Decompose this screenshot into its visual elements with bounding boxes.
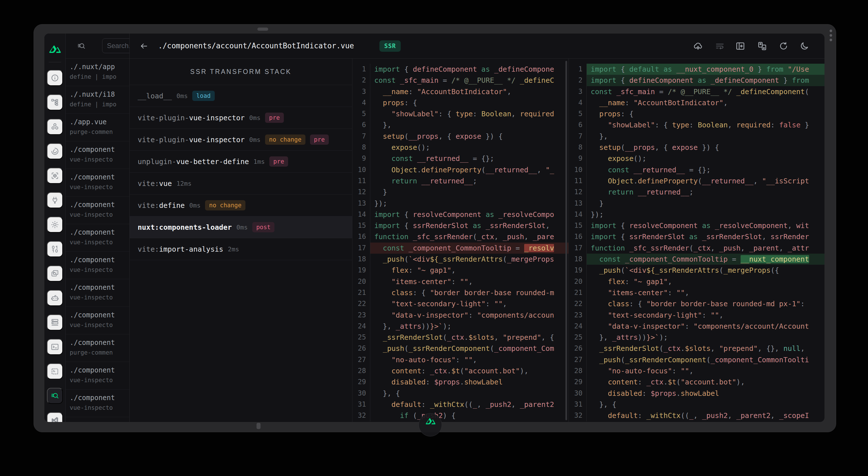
line-number: 18: [352, 254, 370, 265]
resize-handle-right[interactable]: [830, 30, 832, 43]
inspect-icon: [51, 391, 59, 400]
transform-stack-row[interactable]: nuxt:components-loader0mspost: [130, 216, 352, 238]
code-line: 27 "no-auto-focus": "",: [352, 354, 568, 366]
code-line: 22 class: { "border border-base rounded-…: [569, 298, 825, 309]
sidebar-item-server-routes[interactable]: [47, 290, 63, 306]
nuxt-devtools-fab[interactable]: [418, 413, 442, 437]
plugin-name: vite:define: [138, 201, 185, 210]
sidebar-item-modules[interactable]: [47, 168, 63, 184]
plugin-name: vite:import-analysis: [138, 245, 223, 253]
resize-handle-top[interactable]: [257, 28, 268, 31]
code-line: 12 return __returned__;: [569, 187, 825, 198]
line-number: 8: [352, 142, 370, 153]
transform-stack-row[interactable]: vite-plugin-vue-inspector0mspre: [130, 107, 352, 129]
line-wrap-button[interactable]: [714, 40, 726, 52]
sidebar-item-pages[interactable]: [47, 94, 63, 110]
line-number: 20: [569, 276, 586, 287]
code-line: 15import { resolveComponent as _resolveC…: [569, 220, 825, 231]
code-line: 6 },: [352, 120, 568, 130]
code-line: 19 _push(`<div${_ssrRenderAttrs(_mergePr…: [569, 265, 825, 276]
sidebar-item-plugins[interactable]: [47, 192, 63, 208]
diff-view-button[interactable]: [756, 40, 769, 52]
transform-stack-row[interactable]: __load__0msload: [130, 85, 352, 107]
transform-time: 0ms: [249, 114, 260, 121]
color-mode-button[interactable]: [798, 40, 811, 52]
code-line: 14});: [569, 209, 825, 220]
file-item-transforms: vue-inspecto: [70, 239, 129, 246]
sidebar-item-vscode[interactable]: [47, 412, 63, 422]
file-item-transforms: vue-inspecto: [70, 377, 129, 384]
code-line: 32 if (_push2) {: [352, 410, 568, 421]
sidebar-item-virtual-files[interactable]: [47, 363, 63, 379]
sidebar-item-storage[interactable]: [47, 315, 63, 330]
images-icon: [51, 269, 59, 278]
code-panel-before[interactable]: 1import { defineComponent as _defineComp…: [352, 59, 568, 422]
transform-stack-row[interactable]: unplugin-vue-better-define1mspre: [130, 151, 352, 172]
sidebar-item-imports[interactable]: [47, 143, 63, 159]
file-item[interactable]: ./.nuxt/i18define | impo: [66, 86, 129, 114]
file-item-path: ./component: [70, 284, 129, 291]
build-info-button[interactable]: [691, 40, 704, 52]
scrollbar-thumb[interactable]: [565, 61, 567, 420]
transform-stack-row[interactable]: vite:import-analysis2ms: [130, 238, 352, 260]
transform-stack-row[interactable]: vite:define0msno change: [130, 194, 352, 216]
line-number: 30: [352, 388, 370, 399]
line-number: 17: [569, 243, 586, 254]
line-number: 19: [569, 265, 586, 276]
file-item[interactable]: ./componentvue-inspecto: [66, 389, 129, 417]
code-panel-after[interactable]: 1import { default as __nuxt_component_0 …: [568, 59, 825, 422]
line-number: 15: [352, 220, 370, 231]
file-item[interactable]: ./componentvue-inspecto: [66, 307, 129, 335]
transform-stack-row[interactable]: vite-plugin-vue-inspector0msno changepre: [130, 129, 352, 151]
sidebar-item-runtime-configs[interactable]: [47, 217, 63, 232]
toggle-panel-button[interactable]: [734, 40, 747, 52]
file-item[interactable]: ./componentpurge-commen: [66, 335, 129, 362]
file-item[interactable]: ./componentvue-inspecto: [66, 141, 129, 169]
file-item-transforms: define | impo: [70, 101, 129, 108]
transform-time: 1ms: [253, 158, 265, 165]
sidebar-item-assets[interactable]: [47, 265, 63, 282]
line-number: 24: [352, 321, 370, 332]
file-item[interactable]: ./componentvue-inspecto: [66, 362, 129, 389]
code-line: 27 _push(_ssrRenderComponent(_component_…: [569, 354, 825, 366]
server-icon: [51, 318, 59, 327]
line-number: 8: [569, 142, 586, 153]
file-item[interactable]: ./componentvue-inspecto: [66, 224, 129, 252]
transform-time: 12ms: [176, 180, 191, 187]
line-number: 9: [352, 153, 370, 164]
file-item-transforms: purge-commen: [70, 129, 129, 135]
code-line: 19 flex: "~ gap1",: [352, 265, 568, 276]
code-line: 29 content: _ctx.$t("account.bot"),: [569, 377, 825, 387]
refresh-button[interactable]: [777, 40, 790, 52]
transform-time: 0ms: [176, 92, 188, 99]
code-line: 8 setup(__props, { expose }) {: [569, 142, 825, 153]
sidebar-item-inspect[interactable]: [47, 388, 63, 404]
search-input[interactable]: [102, 38, 130, 53]
file-item-path: ./component: [70, 394, 129, 402]
file-item[interactable]: ./componentvue-inspecto: [66, 252, 129, 279]
file-item[interactable]: ./componentvue-inspecto: [66, 169, 129, 196]
line-number: 23: [352, 310, 370, 321]
sidebar-item-terminal[interactable]: [47, 339, 63, 355]
hexagons-icon: [51, 123, 59, 131]
line-number: 17: [352, 243, 370, 254]
code-line: 7 setup(__props, { expose }) {: [352, 131, 568, 142]
file-item[interactable]: ./.nuxt/appdefine | impo: [66, 59, 129, 86]
code-line: 4 __name: "AccountBotIndicator",: [569, 97, 825, 108]
line-number: 31: [352, 399, 370, 410]
file-item[interactable]: ./componentvue-inspecto: [66, 279, 129, 307]
line-number: 5: [352, 108, 370, 120]
line-number: 19: [352, 265, 370, 276]
file-item[interactable]: ./app.vuepurge-commen: [66, 114, 129, 141]
sidebar-item-overview[interactable]: [47, 70, 63, 86]
binary-icon: [51, 245, 59, 253]
sidebar-item-payload[interactable]: [47, 241, 63, 257]
resize-handle-bottom[interactable]: [256, 423, 260, 429]
sidebar-item-components[interactable]: [47, 119, 63, 135]
file-item[interactable]: ./componentvue-inspecto: [66, 196, 129, 224]
ssr-badge: SSR: [379, 40, 401, 52]
transform-stack-row[interactable]: vite:vue12ms: [130, 172, 352, 194]
file-item-path: ./component: [70, 256, 129, 264]
code-line: 3 __name: "AccountBotIndicator",: [352, 86, 568, 97]
back-button[interactable]: [138, 40, 150, 52]
